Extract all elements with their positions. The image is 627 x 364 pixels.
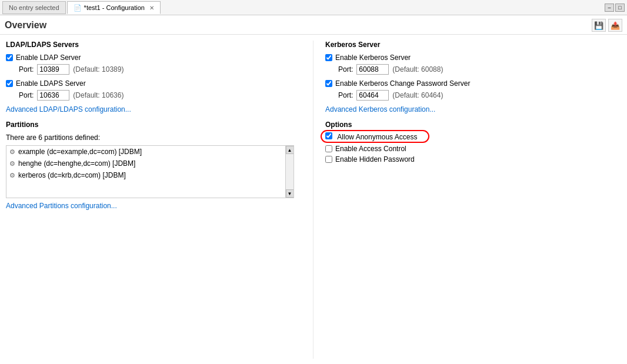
ldaps-port-default: (Default: 10636)	[73, 91, 124, 99]
save-button[interactable]: 💾	[592, 19, 606, 32]
tab-config-icon: 📄	[74, 4, 82, 12]
enable-hidden-checkbox[interactable]	[325, 156, 332, 163]
tab-bar: No entry selected 📄 *test1 - Configurati…	[0, 0, 627, 15]
advanced-kerberos-link[interactable]: Advanced Kerberos configuration...	[325, 105, 621, 113]
options-title: Options	[325, 121, 621, 129]
tab-config-label: *test1 - Configuration	[84, 4, 145, 11]
kerberos-change-port-default: (Default: 60464)	[392, 91, 443, 99]
kerberos-change-port-row: Port: (Default: 60464)	[338, 90, 621, 101]
header-actions: 💾 📤	[592, 19, 622, 32]
page-title: Overview	[5, 20, 46, 31]
partition-label: henghe (dc=henghe,dc=com) [JDBM]	[18, 159, 135, 168]
enable-kerberos-change-label: Enable Kerberos Change Password Server	[335, 79, 470, 88]
content-grid: LDAP/LDAPS Servers Enable LDAP Server Po…	[0, 35, 627, 364]
kerberos-change-port-label: Port:	[338, 91, 353, 99]
kerberos-port-default: (Default: 60088)	[392, 65, 443, 74]
kerberos-port-row: Port: (Default: 60088)	[338, 64, 621, 75]
partition-icon: ⚙	[9, 172, 15, 179]
page-header: Overview 💾 📤	[0, 15, 627, 35]
right-panel: Kerberos Server Enable Kerberos Server P…	[314, 41, 621, 359]
allow-anonymous-checkbox[interactable]	[325, 132, 332, 139]
window-controls: – □	[605, 4, 625, 12]
scroll-down-button[interactable]: ▼	[286, 189, 294, 198]
ldaps-port-row: Port: (Default: 10636)	[19, 90, 301, 101]
ldap-port-default: (Default: 10389)	[73, 65, 124, 74]
partition-scrollbar[interactable]: ▲ ▼	[285, 146, 294, 198]
enable-ldaps-label: Enable LDAPS Server	[16, 79, 86, 88]
enable-kerberos-change-row: Enable Kerberos Change Password Server	[325, 79, 621, 88]
partition-icon: ⚙	[9, 148, 15, 156]
enable-ldap-row: Enable LDAP Server	[6, 54, 301, 62]
allow-anonymous-label: Allow Anonymous Access	[337, 133, 417, 141]
ldap-port-label: Port:	[19, 65, 34, 74]
enable-kerberos-row: Enable Kerberos Server	[325, 54, 621, 62]
partition-icon: ⚙	[9, 160, 15, 168]
kerberos-port-input[interactable]	[356, 64, 389, 75]
partition-label: kerberos (dc=krb,dc=com) [JDBM]	[18, 171, 126, 179]
tab-test1-config[interactable]: 📄 *test1 - Configuration ✕	[67, 1, 161, 14]
enable-ldap-label: Enable LDAP Server	[16, 54, 81, 62]
enable-access-checkbox[interactable]	[325, 145, 332, 152]
enable-hidden-row: Enable Hidden Password	[325, 155, 621, 163]
allow-anonymous-row: Allow Anonymous Access	[325, 132, 621, 141]
list-item: ⚙ example (dc=example,dc=com) [JDBM]	[6, 146, 294, 158]
partition-label: example (dc=example,dc=com) [JDBM]	[18, 148, 142, 156]
ldap-section-title: LDAP/LDAPS Servers	[6, 41, 301, 49]
enable-kerberos-checkbox[interactable]	[325, 54, 332, 61]
kerberos-change-port-input[interactable]	[356, 90, 389, 101]
list-item: ⚙ henghe (dc=henghe,dc=com) [JDBM]	[6, 158, 294, 169]
enable-kerberos-change-checkbox[interactable]	[325, 80, 332, 87]
options-section: Options Allow Anonymous Access Enable Ac…	[325, 121, 621, 163]
ldaps-port-label: Port:	[19, 91, 34, 99]
ldap-port-row: Port: (Default: 10389)	[19, 64, 301, 75]
advanced-ldap-link[interactable]: Advanced LDAP/LDAPS configuration...	[6, 105, 301, 113]
enable-ldaps-checkbox[interactable]	[6, 80, 13, 87]
enable-kerberos-label: Enable Kerberos Server	[335, 54, 411, 62]
tab-close-icon[interactable]: ✕	[149, 5, 154, 11]
enable-access-label: Enable Access Control	[335, 145, 406, 153]
partitions-title: Partitions	[6, 121, 301, 129]
export-icon: 📤	[611, 21, 620, 30]
enable-hidden-label: Enable Hidden Password	[335, 155, 415, 163]
advanced-partitions-link[interactable]: Advanced Partitions configuration...	[6, 202, 301, 210]
enable-ldaps-row: Enable LDAPS Server	[6, 79, 301, 88]
kerberos-section: Kerberos Server Enable Kerberos Server P…	[325, 41, 621, 113]
tab-no-entry-label: No entry selected	[9, 4, 59, 11]
partition-list: ⚙ example (dc=example,dc=com) [JDBM] ⚙ h…	[6, 145, 294, 198]
kerberos-section-title: Kerberos Server	[325, 41, 621, 49]
left-panel: LDAP/LDAPS Servers Enable LDAP Server Po…	[6, 41, 314, 359]
allow-anonymous-highlight-container: Allow Anonymous Access	[325, 132, 417, 141]
main-area: LDAP/LDAPS Servers Enable LDAP Server Po…	[0, 35, 627, 364]
ldaps-port-input[interactable]	[37, 90, 69, 101]
minimize-button[interactable]: –	[605, 4, 614, 12]
enable-ldap-checkbox[interactable]	[6, 54, 13, 61]
tab-no-entry[interactable]: No entry selected	[2, 1, 66, 14]
ldap-port-input[interactable]	[37, 64, 69, 75]
list-item: ⚙ kerberos (dc=krb,dc=com) [JDBM]	[6, 169, 294, 181]
partitions-count: There are 6 partitions defined:	[6, 133, 301, 142]
partitions-section: Partitions There are 6 partitions define…	[6, 121, 301, 210]
scroll-up-button[interactable]: ▲	[286, 146, 294, 154]
kerberos-port-label: Port:	[338, 65, 353, 74]
save-icon: 💾	[594, 21, 603, 30]
maximize-button[interactable]: □	[615, 4, 625, 12]
export-button[interactable]: 📤	[608, 19, 622, 32]
enable-access-row: Enable Access Control	[325, 145, 621, 153]
